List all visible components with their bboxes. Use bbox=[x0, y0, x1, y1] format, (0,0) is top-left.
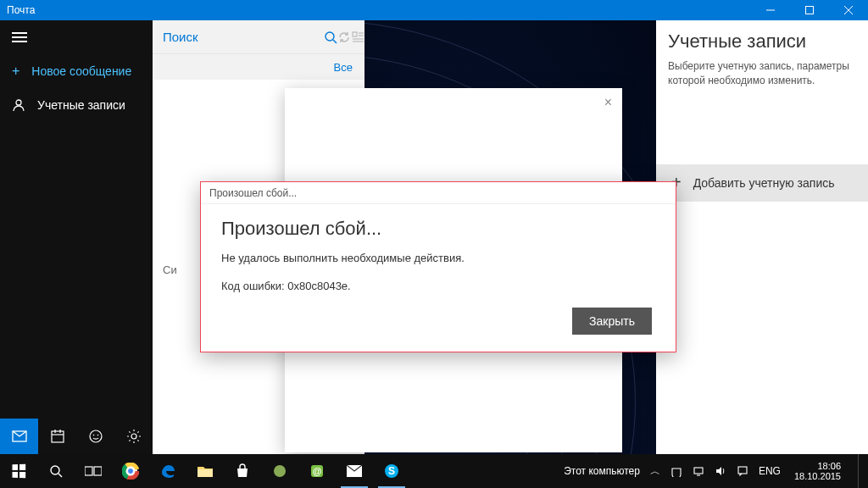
settings-button[interactable] bbox=[114, 419, 153, 454]
taskbar-mail[interactable] bbox=[336, 454, 373, 488]
tray-date: 18.10.2015 bbox=[794, 471, 841, 481]
svg-point-40 bbox=[274, 465, 286, 477]
sheet-close-icon[interactable]: × bbox=[604, 95, 612, 110]
taskbar-app-2[interactable]: @ bbox=[298, 454, 336, 488]
sync-status-text: Си bbox=[163, 263, 177, 276]
add-account-label: Добавить учетную запись bbox=[693, 176, 835, 190]
window-title: Почта bbox=[0, 4, 751, 16]
error-heading: Произошел сбой... bbox=[221, 218, 655, 240]
select-icon[interactable] bbox=[351, 30, 364, 44]
taskbar-store[interactable] bbox=[224, 454, 261, 488]
tray-volume-icon[interactable] bbox=[715, 465, 726, 477]
add-account-button[interactable]: + Добавить учетную запись bbox=[656, 164, 868, 202]
svg-rect-48 bbox=[738, 467, 747, 474]
taskbar: @ S Этот компьютер ︿ ENG 18:06 18.10.201… bbox=[0, 454, 868, 488]
search-input[interactable] bbox=[153, 30, 324, 44]
filter-all[interactable]: Все bbox=[334, 61, 353, 74]
svg-rect-24 bbox=[353, 32, 357, 36]
svg-point-12 bbox=[97, 435, 98, 436]
taskbar-chrome[interactable] bbox=[112, 454, 149, 488]
accounts-label: Учетные записи bbox=[37, 98, 125, 112]
svg-rect-31 bbox=[85, 467, 92, 475]
taskbar-skype[interactable]: S bbox=[373, 454, 410, 488]
error-dialog: Произошел сбой... Произошел сбой... Не у… bbox=[200, 181, 676, 352]
error-message: Не удалось выполнить необходимые действи… bbox=[221, 252, 655, 264]
error-close-button[interactable]: Закрыть bbox=[572, 308, 652, 335]
task-view-button[interactable] bbox=[75, 454, 112, 488]
taskbar-app-1[interactable] bbox=[261, 454, 298, 488]
error-code: Код ошибки: 0x80c8043e. bbox=[221, 280, 655, 292]
plus-icon: + bbox=[12, 64, 19, 79]
feedback-button[interactable] bbox=[76, 419, 114, 454]
new-message-button[interactable]: + Новое сообщение bbox=[0, 54, 153, 88]
taskbar-search-button[interactable] bbox=[37, 454, 75, 488]
tray-computer-label: Этот компьютер bbox=[564, 465, 640, 477]
accounts-panel-subtitle: Выберите учетную запись, параметры котор… bbox=[668, 59, 856, 88]
tray-security-icon[interactable] bbox=[670, 465, 682, 477]
taskbar-edge[interactable] bbox=[149, 454, 186, 488]
tray-language[interactable]: ENG bbox=[759, 465, 781, 477]
maximize-button[interactable] bbox=[790, 0, 829, 20]
minimize-button[interactable] bbox=[751, 0, 790, 20]
tray-overflow-button[interactable]: ︿ bbox=[650, 464, 660, 479]
tray-network-icon[interactable] bbox=[693, 465, 704, 477]
sidebar-item-accounts[interactable]: Учетные записи bbox=[0, 88, 153, 122]
filter-bar: Все bbox=[153, 54, 364, 80]
sync-icon[interactable] bbox=[337, 30, 351, 44]
system-tray: Этот компьютер ︿ ENG 18:06 18.10.2015 bbox=[564, 454, 868, 488]
search-bar bbox=[153, 20, 364, 54]
svg-point-4 bbox=[16, 100, 21, 105]
svg-rect-39 bbox=[198, 469, 213, 477]
svg-line-20 bbox=[129, 440, 130, 441]
calendar-tab-button[interactable] bbox=[38, 419, 76, 454]
window-titlebar: Почта bbox=[0, 0, 868, 20]
svg-point-13 bbox=[131, 434, 136, 439]
svg-rect-46 bbox=[694, 468, 703, 474]
svg-rect-6 bbox=[52, 431, 64, 442]
sidebar: + Новое сообщение Учетные записи bbox=[0, 20, 153, 454]
windows-logo-icon bbox=[12, 464, 25, 479]
sidebar-bottom-bar bbox=[0, 419, 153, 454]
accounts-panel-title: Учетные записи bbox=[668, 30, 856, 53]
svg-text:S: S bbox=[388, 465, 395, 477]
svg-rect-1 bbox=[806, 7, 814, 14]
svg-line-23 bbox=[333, 40, 337, 43]
start-button[interactable] bbox=[0, 454, 37, 488]
svg-line-19 bbox=[137, 440, 138, 441]
mail-tab-button[interactable] bbox=[0, 419, 38, 454]
hamburger-icon bbox=[12, 32, 27, 42]
svg-point-29 bbox=[51, 466, 59, 474]
svg-line-30 bbox=[58, 474, 62, 477]
svg-rect-32 bbox=[94, 467, 102, 475]
svg-point-10 bbox=[90, 430, 102, 442]
hamburger-button[interactable] bbox=[0, 20, 153, 54]
accounts-panel: Учетные записи Выберите учетную запись, … bbox=[656, 20, 868, 454]
app-body: + Новое сообщение Учетные записи Все Си bbox=[0, 20, 868, 454]
tray-time: 18:06 bbox=[794, 461, 841, 471]
svg-text:@: @ bbox=[313, 466, 322, 476]
show-desktop-button[interactable] bbox=[858, 454, 863, 488]
person-icon bbox=[12, 98, 25, 112]
taskbar-explorer[interactable] bbox=[186, 454, 224, 488]
svg-line-18 bbox=[129, 431, 130, 432]
tray-action-center-icon[interactable] bbox=[737, 465, 748, 477]
close-button[interactable] bbox=[829, 0, 868, 20]
svg-point-22 bbox=[326, 32, 334, 41]
svg-line-21 bbox=[137, 431, 138, 432]
search-icon[interactable] bbox=[324, 30, 337, 44]
new-message-label: Новое сообщение bbox=[31, 64, 131, 78]
error-dialog-titlebar: Произошел сбой... bbox=[201, 182, 676, 204]
svg-point-11 bbox=[92, 435, 94, 436]
tray-clock[interactable]: 18:06 18.10.2015 bbox=[791, 461, 844, 481]
